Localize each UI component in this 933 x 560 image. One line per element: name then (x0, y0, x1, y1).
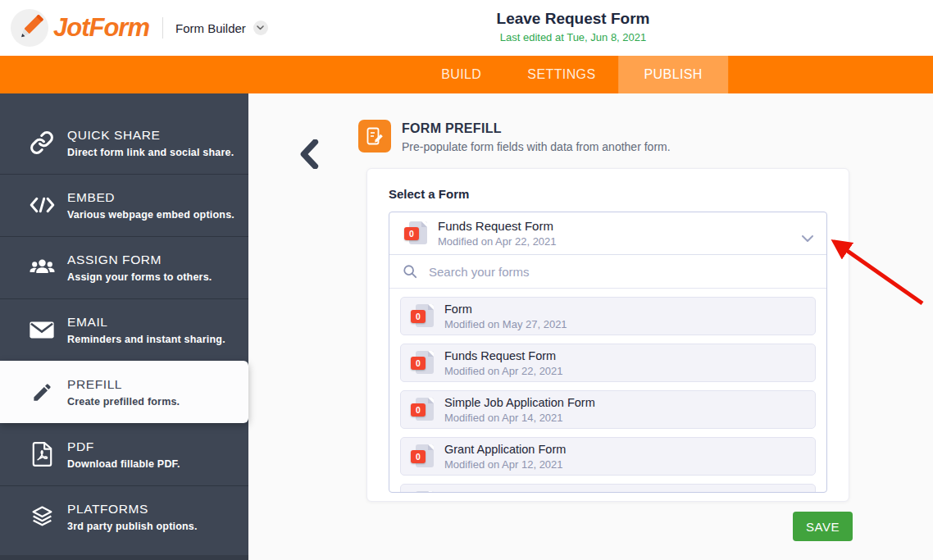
sidebar-item-desc: Various webpage embed options. (67, 209, 234, 221)
main-panel: FORM PREFILL Pre-populate form fields wi… (248, 93, 933, 560)
search-icon (403, 264, 417, 279)
form-thumbnail-icon: 0 (411, 397, 434, 423)
sidebar-item-label: PLATFORMS (67, 502, 198, 517)
jotform-logo-icon (11, 9, 48, 47)
publish-sidebar: QUICK SHARE Direct form link and social … (0, 93, 248, 560)
form-option[interactable]: 0 Simple Job Application Form Modified o… (400, 390, 816, 429)
sidebar-item-label: EMBED (67, 190, 234, 205)
people-icon (27, 257, 57, 277)
sidebar-item-desc: Assign your forms to others. (67, 271, 212, 283)
form-option-title: Simple Job Application Form (444, 396, 595, 409)
sidebar-item-label: EMAIL (67, 315, 225, 330)
pdf-file-icon (27, 442, 57, 467)
form-option-modified: Modified on May 27, 2021 (444, 318, 567, 330)
form-option-modified: Modified on Apr 12, 2021 (444, 458, 566, 471)
selected-form-modified: Modified on Apr 22, 2021 (438, 235, 557, 248)
form-count-badge: 0 (411, 357, 426, 370)
form-prefill-icon (358, 120, 391, 153)
sidebar-item-label: PREFILL (67, 377, 180, 392)
prefill-card: Select a Form 0 Funds Request Form Modif… (366, 168, 849, 502)
pencil-icon (27, 381, 57, 403)
sidebar-item-email[interactable]: EMAIL Reminders and instant sharing. (0, 298, 248, 361)
sidebar-item-label: PDF (67, 439, 180, 454)
section-subtitle: Pre-populate form fields with data from … (402, 140, 671, 153)
form-search-row (389, 255, 826, 289)
logo-wordmark: JotForm (53, 13, 149, 43)
divider (162, 17, 163, 39)
top-header: JotForm Form Builder Leave Request Form … (0, 0, 933, 56)
form-count-badge: 0 (411, 403, 426, 417)
form-thumbnail-icon: 0 (411, 444, 434, 470)
content-row: QUICK SHARE Direct form link and social … (0, 93, 933, 560)
chevron-left-icon (299, 139, 319, 169)
app-window: JotForm Form Builder Leave Request Form … (0, 0, 933, 560)
form-option-title: Grant Application Form (444, 443, 566, 456)
form-header: Leave Request Form Last edited at Tue, J… (497, 10, 650, 43)
form-option[interactable]: 0 Funds Request Form Modified on Apr 22,… (400, 344, 816, 382)
search-input[interactable] (427, 264, 813, 280)
sidebar-item-pdf[interactable]: PDF Download fillable PDF. (0, 423, 248, 485)
form-options-list: 0 Form Modified on May 27, 2021 0 (389, 289, 826, 493)
layers-icon (27, 506, 57, 528)
form-option[interactable]: 0 Form Modified on May 27, 2021 (400, 297, 816, 335)
form-select-dropdown: 0 Funds Request Form Modified on Apr 22,… (389, 212, 827, 493)
sidebar-item-embed[interactable]: EMBED Various webpage embed options. (0, 174, 248, 236)
sidebar-item-prefill[interactable]: PREFILL Create prefilled forms. (0, 361, 248, 423)
sidebar-item-label: QUICK SHARE (67, 128, 234, 143)
sidebar-item-desc: Reminders and instant sharing. (67, 334, 225, 345)
tab-settings[interactable]: SETTINGS (504, 56, 618, 93)
envelope-icon (27, 321, 57, 339)
chevron-down-icon (257, 25, 264, 30)
nav-tabs: BUILD SETTINGS PUBLISH (418, 56, 728, 93)
tab-publish[interactable]: PUBLISH (619, 56, 728, 93)
form-option-title: Form (444, 303, 567, 316)
form-option-title: Funds Request Form (444, 349, 563, 362)
tab-build[interactable]: BUILD (418, 56, 504, 93)
brand[interactable]: JotForm Form Builder (11, 9, 268, 47)
link-icon (27, 130, 57, 155)
form-count-badge: 0 (404, 227, 419, 240)
form-thumbnail-icon: 0 (411, 490, 434, 494)
page-title: Leave Request Form (497, 10, 650, 28)
sidebar-item-platforms[interactable]: PLATFORMS 3rd party publish options. (0, 485, 248, 548)
save-button[interactable]: SAVE (793, 512, 853, 541)
code-icon (27, 197, 57, 213)
form-option[interactable]: 0 Field Trip Approval Request Form (400, 484, 816, 493)
sidebar-item-desc: Direct form link and social share. (67, 147, 234, 158)
form-select-trigger[interactable]: 0 Funds Request Form Modified on Apr 22,… (389, 212, 826, 255)
product-menu-button[interactable] (253, 20, 268, 35)
main-navbar: BUILD SETTINGS PUBLISH (0, 56, 933, 93)
form-option[interactable]: 0 Grant Application Form Modified on Apr… (400, 437, 816, 476)
section-title: FORM PREFILL (402, 121, 671, 136)
sidebar-item-desc: 3rd party publish options. (67, 521, 198, 532)
form-option-modified: Modified on Apr 14, 2021 (444, 412, 595, 424)
sidebar-item-assign-form[interactable]: ASSIGN FORM Assign your forms to others. (0, 236, 248, 298)
sidebar-item-desc: Create prefilled forms. (67, 396, 180, 407)
last-edited-text: Last edited at Tue, Jun 8, 2021 (497, 31, 650, 43)
form-thumbnail-icon: 0 (404, 221, 427, 247)
form-option-modified: Modified on Apr 22, 2021 (444, 365, 563, 377)
sidebar-item-desc: Download fillable PDF. (67, 458, 180, 470)
back-button[interactable] (299, 139, 319, 171)
sidebar-item-label: ASSIGN FORM (67, 253, 212, 267)
select-form-label: Select a Form (389, 187, 827, 201)
form-count-badge: 0 (411, 310, 426, 323)
form-count-badge: 0 (411, 450, 426, 463)
selected-form-title: Funds Request Form (438, 219, 557, 233)
chevron-down-icon[interactable] (802, 230, 813, 245)
form-thumbnail-icon: 0 (411, 303, 434, 330)
product-name: Form Builder (175, 21, 246, 35)
section-header: FORM PREFILL Pre-populate form fields wi… (358, 120, 671, 153)
sidebar-item-quick-share[interactable]: QUICK SHARE Direct form link and social … (0, 112, 248, 174)
form-thumbnail-icon: 0 (411, 350, 434, 376)
